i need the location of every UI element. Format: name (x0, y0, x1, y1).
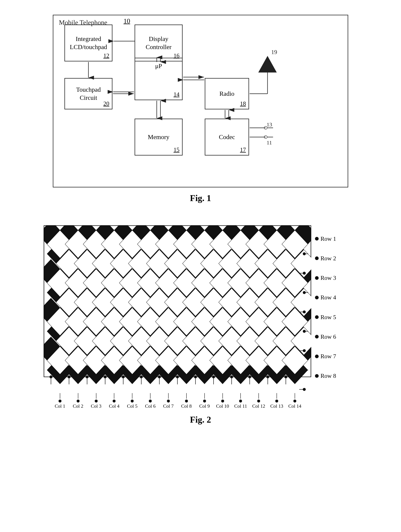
col-label-3: Col 3 (87, 393, 105, 409)
col-label-text-6: Col 6 (145, 403, 156, 409)
col-label-text-5: Col 5 (127, 403, 137, 409)
codec-block: Codec 17 (205, 119, 249, 156)
col-dot-10 (221, 399, 224, 403)
col-label-text-10: Col 10 (216, 403, 229, 409)
col-label-9: Col 9 (195, 393, 213, 409)
col-dot-1 (58, 399, 61, 403)
col-label-8: Col 8 (177, 393, 195, 409)
row-label-text-7: Row 7 (321, 353, 336, 360)
col-label-14: Col 14 (286, 393, 304, 409)
col-line-12 (259, 393, 259, 399)
col-label-10: Col 10 (213, 393, 232, 409)
col-line-7 (168, 393, 168, 399)
fig1-container: Mobile Telephone 10 (53, 15, 348, 214)
row-label-text-2: Row 2 (321, 255, 336, 262)
col-dot-6 (149, 399, 152, 403)
display-controller-label: DisplayController (146, 35, 172, 51)
col-dot-9 (203, 399, 206, 403)
display-controller-block: DisplayController 16 (135, 25, 183, 61)
col-dot-7 (167, 399, 170, 403)
col-dot-8 (185, 399, 188, 403)
row-dot-8 (315, 374, 319, 378)
ref-10: 10 (123, 17, 130, 25)
col-dot-2 (77, 399, 80, 403)
col-label-5: Col 5 (123, 393, 141, 409)
row-label-text-8: Row 8 (321, 373, 336, 379)
fig2-wrapper: Row 1Row 2Row 3Row 4Row 5Row 6Row 7Row 8… (44, 225, 357, 409)
col-line-10 (222, 393, 223, 399)
col-label-text-11: Col 11 (234, 403, 247, 409)
row-label-2: Row 2 (315, 255, 336, 262)
col-line-5 (132, 393, 132, 399)
diagram-inner: 19 13 11 IntegratedLCD/touchpad (65, 25, 336, 176)
col-dot-11 (239, 399, 242, 403)
row-label-7: Row 7 (315, 353, 336, 360)
touchpad-block: TouchpadCircuit 20 (65, 78, 112, 109)
svg-text:13: 13 (267, 121, 272, 127)
row-dot-4 (315, 296, 319, 299)
row-label-text-3: Row 3 (321, 274, 336, 281)
col-line-14 (295, 393, 295, 399)
col-label-text-12: Col 12 (252, 403, 265, 409)
col-label-12: Col 12 (250, 393, 268, 409)
col-line-9 (204, 393, 205, 399)
touchpad-label: TouchpadCircuit (76, 86, 101, 102)
col-label-text-4: Col 4 (109, 403, 119, 409)
col-label-text-1: Col 1 (55, 403, 65, 409)
row-label-8: Row 8 (315, 373, 336, 379)
ref-17: 17 (240, 146, 246, 153)
col-line-1 (60, 393, 60, 399)
col-label-13: Col 13 (268, 393, 286, 409)
col-label-text-9: Col 9 (199, 403, 210, 409)
row-label-1: Row 1 (315, 235, 336, 242)
col-line-4 (114, 393, 114, 399)
ref-18: 18 (240, 100, 246, 107)
ref-12: 12 (103, 52, 109, 59)
col-line-3 (96, 393, 96, 399)
memory-label: Memory (148, 133, 169, 141)
row-label-3: Row 3 (315, 274, 336, 281)
col-label-text-7: Col 7 (163, 403, 174, 409)
row-label-6: Row 6 (315, 333, 336, 340)
page: Mobile Telephone 10 (0, 0, 401, 532)
col-label-7: Col 7 (159, 393, 177, 409)
row-label-4: Row 4 (315, 294, 336, 301)
row-dot-3 (315, 276, 319, 280)
lcd-label: IntegratedLCD/touchpad (70, 35, 107, 51)
col-dot-3 (95, 399, 98, 403)
fig1-caption: Fig. 1 (53, 193, 348, 203)
svg-text:11: 11 (267, 139, 272, 146)
svg-marker-18 (258, 56, 277, 72)
diamond-grid-canvas (44, 225, 311, 391)
fig2-container: Row 1Row 2Row 3Row 4Row 5Row 6Row 7Row 8… (44, 225, 357, 436)
radio-label: Radio (219, 90, 234, 98)
lcd-block: IntegratedLCD/touchpad 12 (65, 25, 112, 61)
row-label-5: Row 5 (315, 314, 336, 321)
col-dot-14 (293, 399, 296, 403)
col-line-6 (150, 393, 150, 399)
col-labels-row: Col 1 Col 2 Col 3 Col 4 Col 5 Col 6 Col … (44, 393, 311, 409)
col-label-text-2: Col 2 (73, 403, 83, 409)
ref-15: 15 (174, 146, 180, 153)
col-dot-5 (131, 399, 134, 403)
memory-block: Memory 15 (135, 119, 183, 156)
diagram-box: Mobile Telephone 10 (53, 15, 348, 187)
row-dot-6 (315, 335, 319, 338)
row-dot-1 (315, 237, 319, 241)
row-dot-5 (315, 315, 319, 319)
col-line-8 (186, 393, 187, 399)
ref-14: 14 (174, 91, 180, 98)
grid-area: Row 1Row 2Row 3Row 4Row 5Row 6Row 7Row 8 (44, 225, 357, 391)
fig2-caption: Fig. 2 (44, 414, 357, 425)
col-label-text-13: Col 13 (270, 403, 283, 409)
row-label-text-4: Row 4 (321, 294, 336, 301)
row-labels: Row 1Row 2Row 3Row 4Row 5Row 6Row 7Row 8 (311, 225, 336, 386)
col-dot-4 (113, 399, 116, 403)
col-label-1: Col 1 (51, 393, 69, 409)
col-label-text-14: Col 14 (288, 403, 301, 409)
col-label-6: Col 6 (141, 393, 159, 409)
row-label-text-6: Row 6 (321, 333, 336, 340)
col-label-text-8: Col 8 (181, 403, 192, 409)
row-label-text-1: Row 1 (321, 235, 336, 242)
col-line-13 (277, 393, 277, 399)
